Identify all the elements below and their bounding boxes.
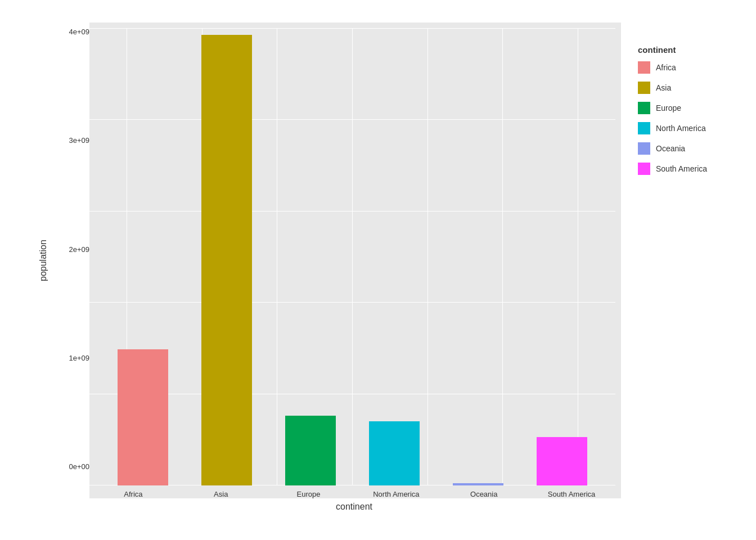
x-axis-title: continent bbox=[87, 498, 621, 518]
bar-africa bbox=[118, 349, 168, 485]
bars-container bbox=[89, 28, 615, 485]
legend-label-oceania: Oceania bbox=[656, 144, 685, 153]
bar-group-africa bbox=[101, 28, 184, 485]
legend-item-oceania: Oceania bbox=[638, 142, 734, 155]
x-label-africa: Africa bbox=[89, 490, 177, 498]
legend-color-africa bbox=[638, 61, 650, 74]
legend-label-africa: Africa bbox=[656, 63, 676, 72]
y-tick-2: 2e+09 bbox=[69, 246, 89, 253]
legend-item-asia: Asia bbox=[638, 82, 734, 94]
x-axis-labels: AfricaAsiaEuropeNorth AmericaOceaniaSout… bbox=[89, 485, 621, 498]
legend-color-south-america bbox=[638, 163, 650, 175]
legend-color-europe bbox=[638, 102, 650, 114]
legend-item-north-america: North America bbox=[638, 122, 734, 134]
y-axis-ticks: 4e+09 3e+09 2e+09 1e+09 0e+00 bbox=[53, 22, 89, 498]
bar-group-asia bbox=[184, 28, 268, 485]
legend-label-north-america: North America bbox=[656, 124, 706, 133]
legend-label-asia: Asia bbox=[656, 83, 671, 92]
legend-items-container: AfricaAsiaEuropeNorth AmericaOceaniaSout… bbox=[638, 61, 734, 183]
legend-color-oceania bbox=[638, 142, 650, 155]
legend: continent AfricaAsiaEuropeNorth AmericaO… bbox=[621, 34, 745, 194]
bar-oceania bbox=[453, 483, 503, 485]
plot-with-yaxis: population 4e+09 3e+09 2e+09 1e+09 0e+00 bbox=[34, 22, 621, 498]
y-tick-1: 1e+09 bbox=[69, 354, 89, 362]
legend-color-asia bbox=[638, 82, 650, 94]
y-tick-4: 4e+09 bbox=[69, 28, 89, 35]
bar-group-south-america bbox=[520, 28, 604, 485]
chart-container: population 4e+09 3e+09 2e+09 1e+09 0e+00 bbox=[0, 0, 756, 540]
x-label-asia: Asia bbox=[177, 490, 265, 498]
legend-title: continent bbox=[638, 45, 734, 55]
bar-asia bbox=[201, 35, 252, 485]
bar-group-europe bbox=[268, 28, 352, 485]
y-axis-label: population bbox=[34, 22, 53, 498]
bar-group-oceania bbox=[436, 28, 520, 485]
bar-north-america bbox=[369, 421, 420, 485]
grid-and-bars bbox=[89, 22, 621, 485]
legend-label-south-america: South America bbox=[656, 164, 707, 173]
plot-panel: AfricaAsiaEuropeNorth AmericaOceaniaSout… bbox=[89, 22, 621, 498]
legend-item-europe: Europe bbox=[638, 102, 734, 114]
bar-south-america bbox=[537, 437, 587, 485]
legend-item-africa: Africa bbox=[638, 61, 734, 74]
x-label-north-america: North America bbox=[352, 490, 440, 498]
y-tick-0: 0e+00 bbox=[69, 463, 89, 470]
x-label-south-america: South America bbox=[528, 490, 615, 498]
x-label-europe: Europe bbox=[265, 490, 353, 498]
legend-color-north-america bbox=[638, 122, 650, 134]
x-label-oceania: Oceania bbox=[440, 490, 528, 498]
legend-label-europe: Europe bbox=[656, 104, 681, 112]
chart-area: population 4e+09 3e+09 2e+09 1e+09 0e+00 bbox=[34, 22, 621, 518]
bar-group-north-america bbox=[353, 28, 436, 485]
y-tick-3: 3e+09 bbox=[69, 137, 89, 144]
legend-item-south-america: South America bbox=[638, 163, 734, 175]
bar-europe bbox=[285, 416, 336, 485]
